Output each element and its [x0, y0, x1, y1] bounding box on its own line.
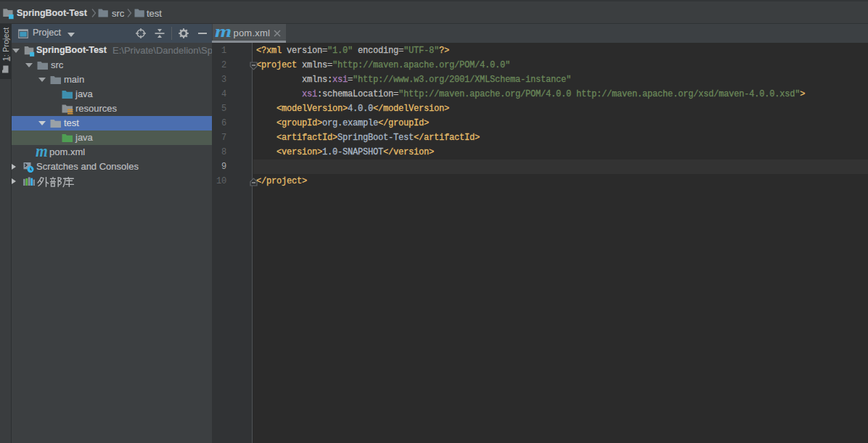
- svg-text:m: m: [36, 141, 48, 160]
- svg-text:m: m: [215, 22, 232, 41]
